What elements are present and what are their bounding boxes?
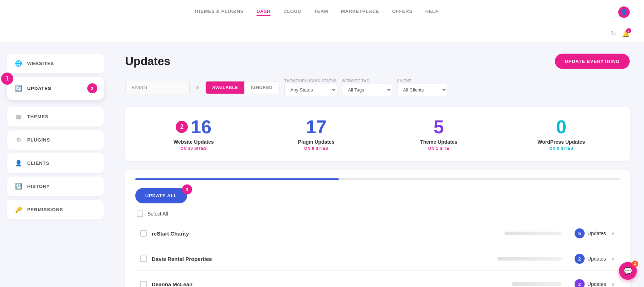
stat-website-number: 16 bbox=[191, 118, 211, 136]
toolbar-row: ↻ 🔔 1 bbox=[0, 24, 644, 43]
select-all-label: Select All bbox=[147, 211, 168, 217]
themes-icon: ▦ bbox=[15, 113, 22, 120]
site-updates-label-restart: Updates bbox=[587, 231, 606, 236]
client-filter-label: CLIENT bbox=[397, 79, 447, 83]
sidebar-item-clients[interactable]: 👤 CLIENTS bbox=[7, 153, 104, 173]
tab-ignored[interactable]: IGNORED bbox=[244, 81, 279, 94]
stat-theme-number-row: 5 bbox=[377, 118, 500, 136]
tag-filter-select[interactable]: All Tags bbox=[342, 84, 392, 96]
site-updates-label-davis: Updates bbox=[587, 256, 606, 262]
stat-website-label: Website Updates bbox=[132, 139, 255, 145]
stat-website-number-row: 2 16 bbox=[132, 118, 255, 136]
user-avatar[interactable]: 👤 bbox=[618, 6, 630, 18]
sidebar-item-themes[interactable]: ▦ THEMES bbox=[7, 107, 104, 127]
updates-badge: 2 bbox=[87, 83, 97, 93]
site-url-bar-davis bbox=[497, 257, 562, 261]
nav-help[interactable]: HELP bbox=[425, 9, 439, 15]
notification-button[interactable]: 🔔 1 bbox=[622, 30, 630, 38]
site-checkbox-deanna[interactable] bbox=[140, 281, 147, 287]
stat-wp-label: WordPress Updates bbox=[500, 139, 623, 145]
progress-area: UPDATE ALL 3 Select All reStart Charity … bbox=[125, 170, 630, 287]
stat-wp-sub: ON 0 SITES bbox=[500, 146, 623, 150]
chat-icon: 💬 bbox=[624, 267, 633, 275]
site-updates-label-deanna: Updates bbox=[587, 281, 606, 287]
stat-plugin-number-row: 17 bbox=[255, 118, 378, 136]
sidebar-plugins-label: PLUGINS bbox=[27, 137, 50, 143]
stat-theme-number: 5 bbox=[434, 118, 444, 136]
stat-theme-updates: 5 Theme Updates ON 1 SITE bbox=[377, 118, 500, 150]
site-name-restart: reStart Charity bbox=[152, 231, 499, 237]
progress-bar-fill bbox=[135, 178, 339, 180]
sidebar-clients-label: CLIENTS bbox=[27, 160, 49, 166]
nav-offers[interactable]: OFFERS bbox=[392, 9, 413, 15]
nav-right-icons: 👤 bbox=[618, 6, 630, 18]
tag-filter-label: WEBSITE TAG bbox=[342, 79, 392, 83]
chat-badge: 3 bbox=[632, 261, 638, 267]
sidebar-item-plugins[interactable]: ⚙ PLUGINS bbox=[7, 130, 104, 150]
status-filter-select[interactable]: Any Status bbox=[284, 84, 337, 96]
nav-marketplace[interactable]: MARKETPLACE bbox=[341, 9, 379, 15]
chat-button[interactable]: 💬 3 bbox=[619, 262, 637, 280]
site-row-restart: reStart Charity 5 Updates ∨ bbox=[135, 222, 620, 245]
site-updates-davis: 2 Updates bbox=[567, 254, 606, 264]
tag-filter-group: WEBSITE TAG All Tags bbox=[342, 79, 392, 96]
chevron-down-icon-restart[interactable]: ∨ bbox=[611, 231, 615, 236]
client-filter-select[interactable]: All Clients bbox=[397, 84, 447, 96]
site-url-bar-restart bbox=[504, 232, 562, 235]
filters-row: ★ AVAILABLE IGNORED THEMES/PLUGINS STATU… bbox=[125, 79, 630, 96]
status-filter-label: THEMES/PLUGINS STATUS bbox=[284, 79, 337, 83]
status-filter-group: THEMES/PLUGINS STATUS Any Status bbox=[284, 79, 337, 96]
nav-dash[interactable]: DASH bbox=[257, 9, 270, 16]
stat-theme-sub: ON 1 SITE bbox=[377, 146, 500, 150]
client-filter-group: CLIENT All Clients bbox=[397, 79, 447, 96]
sidebar: 1 🌐 WEBSITES 🔄 UPDATES 2 ▦ THEMES ⚙ PLUG… bbox=[0, 43, 111, 287]
site-badge-restart: 5 bbox=[575, 228, 585, 238]
notification-badge: 1 bbox=[626, 28, 631, 33]
site-row-davis: Davis Rental Properties 2 Updates ∨ bbox=[135, 247, 620, 271]
permissions-icon: 🔑 bbox=[15, 206, 22, 213]
sidebar-item-history[interactable]: 🔃 HISTORY bbox=[7, 177, 104, 196]
site-url-bar-deanna bbox=[512, 282, 562, 286]
stat-wordpress-updates: 0 WordPress Updates ON 0 SITES bbox=[500, 118, 623, 150]
site-updates-deanna: 2 Updates bbox=[567, 279, 606, 287]
top-nav: THEMES & PLUGINS DASH CLOUD TEAM MARKETP… bbox=[0, 0, 644, 24]
layout: 1 🌐 WEBSITES 🔄 UPDATES 2 ▦ THEMES ⚙ PLUG… bbox=[0, 43, 644, 287]
chevron-down-icon-deanna[interactable]: ∨ bbox=[611, 281, 615, 287]
tab-available[interactable]: AVAILABLE bbox=[206, 81, 244, 94]
site-checkbox-davis[interactable] bbox=[140, 256, 147, 262]
update-everything-button[interactable]: UPDATE EVERYTHING bbox=[555, 54, 630, 69]
update-all-badge: 3 bbox=[182, 184, 192, 194]
stat-wp-number: 0 bbox=[556, 118, 566, 136]
sidebar-item-websites[interactable]: 🌐 WEBSITES bbox=[7, 54, 104, 73]
select-all-checkbox[interactable] bbox=[137, 211, 143, 217]
star-button[interactable]: ★ bbox=[195, 84, 200, 91]
sidebar-history-label: HISTORY bbox=[27, 184, 50, 189]
nav-links: THEMES & PLUGINS DASH CLOUD TEAM MARKETP… bbox=[14, 9, 618, 16]
sidebar-updates-wrapper: 1 🌐 WEBSITES 🔄 UPDATES 2 bbox=[7, 54, 104, 103]
site-row-deanna: Deanna McLean 2 Updates ∨ bbox=[135, 273, 620, 287]
sidebar-updates-label: UPDATES bbox=[27, 86, 52, 91]
select-all-row: Select All bbox=[135, 211, 620, 217]
page-header: Updates UPDATE EVERYTHING bbox=[125, 54, 630, 69]
globe-icon: 🌐 bbox=[15, 60, 22, 67]
step-badge-1: 1 bbox=[1, 73, 13, 85]
refresh-icon: 🔄 bbox=[15, 85, 22, 92]
stats-row: 2 16 Website Updates ON 10 SITES 17 Plug… bbox=[125, 107, 630, 161]
site-checkbox-restart[interactable] bbox=[140, 230, 147, 237]
search-input[interactable] bbox=[125, 81, 190, 94]
sidebar-item-permissions[interactable]: 🔑 PERMISSIONS bbox=[7, 200, 104, 219]
main-content: Updates UPDATE EVERYTHING ★ AVAILABLE IG… bbox=[111, 43, 644, 287]
nav-team[interactable]: TEAM bbox=[314, 9, 328, 15]
nav-themes-plugins[interactable]: THEMES & PLUGINS bbox=[194, 9, 244, 15]
nav-cloud[interactable]: CLOUD bbox=[283, 9, 301, 15]
chevron-down-icon-davis[interactable]: ∨ bbox=[611, 256, 615, 262]
update-all-label: UPDATE ALL bbox=[145, 193, 177, 198]
refresh-button[interactable]: ↻ bbox=[611, 30, 616, 38]
stat-wp-number-row: 0 bbox=[500, 118, 623, 136]
site-name-davis: Davis Rental Properties bbox=[152, 256, 492, 262]
sidebar-permissions-label: PERMISSIONS bbox=[27, 207, 63, 212]
sidebar-item-updates[interactable]: 🔄 UPDATES 2 bbox=[7, 77, 104, 100]
update-all-button[interactable]: UPDATE ALL 3 bbox=[135, 188, 187, 203]
clients-icon: 👤 bbox=[15, 160, 22, 167]
tab-group: AVAILABLE IGNORED bbox=[205, 81, 279, 94]
